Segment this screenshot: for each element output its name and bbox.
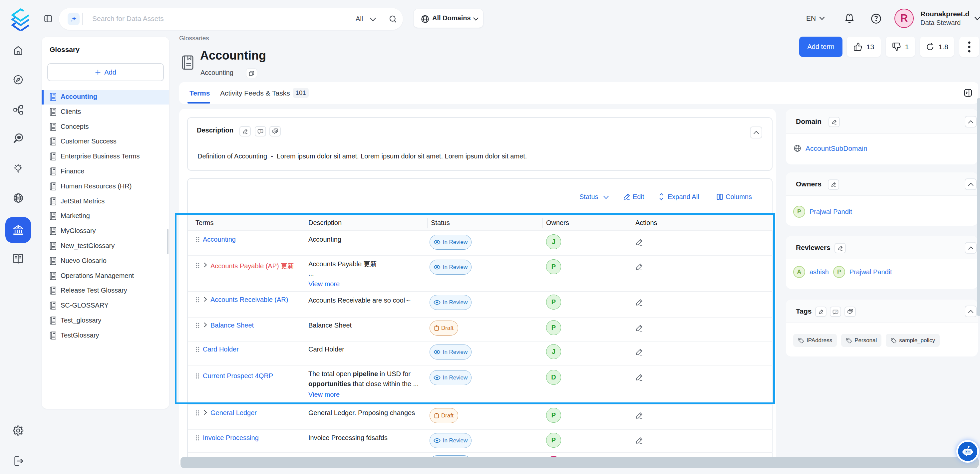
svg-text:?: ?: [260, 129, 262, 132]
svg-text:?: ?: [835, 310, 837, 313]
